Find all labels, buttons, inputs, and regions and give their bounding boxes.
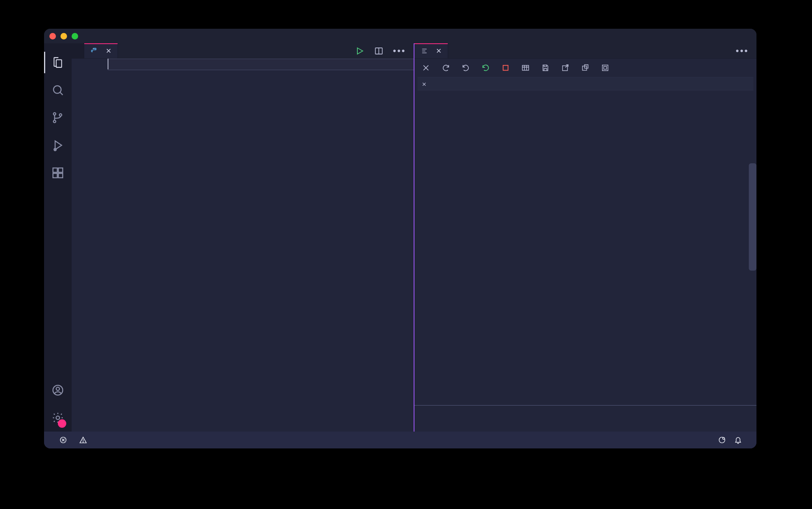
close-icon[interactable]: ✕: [106, 47, 111, 55]
close-window-button[interactable]: [49, 33, 56, 39]
status-warnings[interactable]: [79, 436, 90, 444]
status-feedback[interactable]: [718, 436, 726, 444]
activity-accounts[interactable]: [44, 376, 72, 404]
interactive-toolbar: [414, 59, 756, 77]
statusbar: [44, 432, 756, 448]
activity-search[interactable]: [44, 76, 72, 104]
svg-rect-5: [53, 168, 57, 172]
status-notifications[interactable]: [734, 436, 742, 444]
activity-run-debug[interactable]: [44, 131, 72, 159]
svg-point-3: [59, 114, 62, 116]
interactive-input[interactable]: [414, 405, 756, 432]
bell-icon: [734, 436, 742, 444]
feedback-icon: [718, 436, 726, 444]
interrupt-kernel-button[interactable]: [501, 63, 510, 72]
tabs-right: ✕ •••: [414, 43, 756, 59]
error-icon: [59, 436, 67, 444]
svg-rect-7: [58, 173, 62, 177]
gutter: [72, 59, 108, 432]
python-file-icon: [90, 47, 98, 55]
svg-point-24: [723, 437, 725, 439]
files-icon: [51, 56, 64, 69]
extensions-icon: [51, 166, 64, 179]
debug-icon: [51, 139, 64, 152]
svg-rect-19: [602, 65, 608, 71]
tab-python-interactive[interactable]: ✕: [414, 43, 448, 58]
tabs-left: ✕ •••: [72, 43, 414, 59]
svg-point-1: [53, 113, 56, 115]
interactive-icon: [421, 47, 428, 55]
activity-settings[interactable]: [44, 404, 72, 432]
remove-output-button[interactable]: ✕: [422, 80, 426, 88]
more-actions-button[interactable]: •••: [393, 46, 406, 56]
maximize-window-button[interactable]: [72, 33, 78, 39]
interactive-body: [414, 90, 756, 405]
interactive-output: ✕: [417, 77, 753, 90]
editor-group-left: ✕ •••: [72, 43, 414, 432]
account-icon: [51, 384, 64, 397]
more-actions-button[interactable]: •••: [736, 46, 749, 56]
interactive-panel: ✕: [414, 59, 756, 432]
expand-button[interactable]: [581, 63, 590, 72]
warning-icon: [79, 436, 87, 444]
tab-extension-python[interactable]: [72, 43, 84, 58]
svg-rect-15: [522, 66, 529, 71]
variables-button[interactable]: [521, 63, 530, 72]
export-button[interactable]: [561, 63, 570, 72]
save-button[interactable]: [541, 63, 550, 72]
svg-point-12: [93, 48, 93, 49]
traffic-lights: [49, 33, 78, 39]
activity-explorer[interactable]: [44, 49, 72, 76]
redo-icon[interactable]: [441, 63, 450, 72]
svg-rect-18: [584, 65, 588, 68]
collapse-button[interactable]: [601, 63, 610, 72]
titlebar: [44, 29, 756, 43]
svg-point-22: [83, 442, 83, 442]
svg-point-10: [56, 387, 60, 391]
svg-point-0: [54, 86, 61, 94]
svg-point-11: [56, 416, 59, 419]
restart-kernel-button[interactable]: [481, 63, 490, 72]
svg-rect-6: [53, 173, 57, 177]
activity-bar: [44, 43, 72, 432]
svg-rect-14: [503, 66, 508, 71]
scrollbar[interactable]: [749, 163, 756, 271]
editor-group-right: ✕ •••: [414, 43, 756, 432]
svg-rect-8: [58, 168, 62, 172]
output-row: ✕: [417, 77, 753, 90]
split-editor-button[interactable]: [374, 46, 384, 56]
vscode-window: ✕ •••: [44, 29, 756, 448]
search-icon: [51, 84, 64, 97]
undo-icon[interactable]: [461, 63, 470, 72]
editor[interactable]: [72, 59, 414, 432]
svg-rect-20: [604, 66, 606, 69]
tab-actions-left: •••: [347, 43, 414, 58]
code-lines: [108, 59, 414, 432]
svg-point-2: [53, 120, 56, 123]
editor-area: ✕ •••: [72, 43, 756, 432]
clear-all-button[interactable]: [421, 63, 431, 72]
minimize-window-button[interactable]: [61, 33, 67, 39]
git-branch-icon: [51, 111, 64, 124]
activity-extensions[interactable]: [44, 159, 72, 187]
run-button[interactable]: [355, 46, 365, 56]
activity-source-control[interactable]: [44, 104, 72, 131]
status-errors[interactable]: [59, 436, 70, 444]
tab-program-py[interactable]: ✕: [84, 43, 118, 58]
settings-badge: [58, 419, 66, 428]
tab-actions-right: •••: [728, 43, 756, 58]
close-icon[interactable]: ✕: [436, 47, 442, 55]
